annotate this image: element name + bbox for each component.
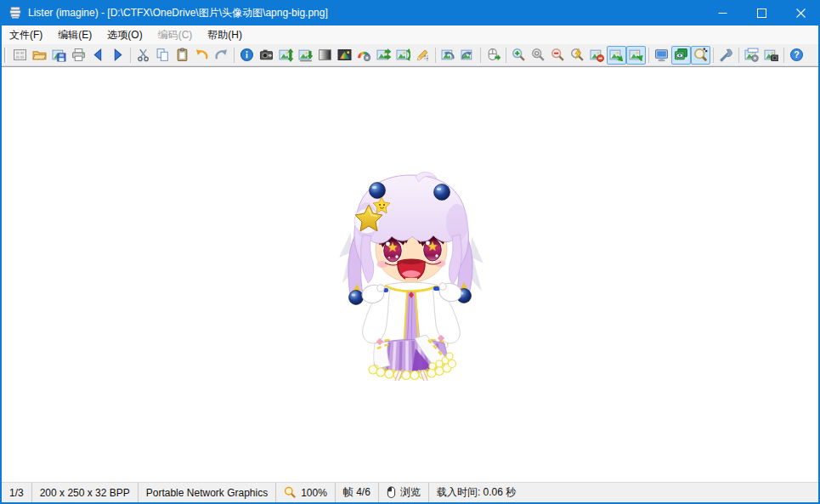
help-icon <box>789 48 804 62</box>
mouse-icon <box>486 48 500 62</box>
toolbar-separator <box>480 48 481 63</box>
zoom-original-icon <box>531 48 546 62</box>
status-format: Portable Network Graphics <box>139 483 276 502</box>
toolbar-separator <box>435 48 436 63</box>
resize-icon <box>279 48 293 62</box>
capture-icon <box>764 48 778 62</box>
menu-options[interactable]: 选项(O) <box>99 25 150 44</box>
paste-button[interactable] <box>172 46 192 65</box>
rotate-left-icon <box>441 48 455 62</box>
quick-zoom-button[interactable] <box>568 46 587 65</box>
shift-image-button[interactable] <box>374 46 393 65</box>
zoom-in-button[interactable] <box>509 46 529 65</box>
grayscale-icon <box>318 48 332 62</box>
color-depth-icon <box>337 48 352 62</box>
monitor-icon <box>654 48 669 62</box>
fit-off-button[interactable] <box>587 46 607 65</box>
rotate-right-button[interactable] <box>458 46 478 65</box>
pencil-grid-icon <box>416 48 430 62</box>
toolbar-grip[interactable] <box>4 48 7 63</box>
toolbar-separator <box>506 48 506 63</box>
lister-window: Lister (imagine) - [D:\CTFX\OneDrive\图片\… <box>0 0 820 504</box>
layers-eye-icon <box>674 48 688 62</box>
resample-icon <box>298 48 313 62</box>
redo-button[interactable] <box>212 46 231 65</box>
status-format-text: Portable Network Graphics <box>146 487 268 499</box>
rotate-image-button[interactable] <box>393 46 413 65</box>
rainbow-gear-icon <box>357 48 371 62</box>
redo-arrow-icon <box>214 48 229 62</box>
camera-info-icon <box>259 48 274 62</box>
show-overlay-button[interactable] <box>671 46 691 65</box>
maximize-icon <box>757 8 766 18</box>
zoom-original-button[interactable] <box>529 46 548 65</box>
next-image-button[interactable] <box>108 46 127 65</box>
batch-convert-button[interactable] <box>742 46 761 65</box>
status-load-time: 载入时间: 0.06 秒 <box>429 483 818 502</box>
menu-encoding[interactable]: 编码(C) <box>150 25 201 44</box>
fit-large-icon <box>629 48 643 62</box>
color-depth-button[interactable] <box>335 46 354 65</box>
image-info-button[interactable] <box>237 46 257 65</box>
arrow-right-icon <box>110 48 125 62</box>
copy-button[interactable] <box>153 46 172 65</box>
screen-capture-button[interactable] <box>761 46 781 65</box>
rotate-icon <box>396 48 410 62</box>
pixel-edit-button[interactable] <box>413 46 433 65</box>
fit-window-icon <box>609 48 624 62</box>
scissors-icon <box>136 48 150 62</box>
status-mode: 浏览 <box>379 483 429 502</box>
app-icon <box>8 6 22 20</box>
browse-mode-button[interactable] <box>10 46 30 65</box>
minimize-button[interactable] <box>703 0 742 25</box>
status-dimensions-text: 200 x 250 x 32 BPP <box>40 487 130 499</box>
status-load-time-text: 载入时间: 0.06 秒 <box>437 485 516 500</box>
exif-info-button[interactable] <box>257 46 276 65</box>
resize-image-button[interactable] <box>276 46 296 65</box>
resample-image-button[interactable] <box>296 46 315 65</box>
rotate-left-button[interactable] <box>438 46 458 65</box>
image-canvas[interactable] <box>2 66 818 482</box>
status-page: 1/3 <box>2 483 32 502</box>
maximize-button[interactable] <box>742 0 781 25</box>
status-zoom: 100% <box>276 483 336 502</box>
fullscreen-button[interactable] <box>652 46 671 65</box>
zoom-magnifier-icon <box>284 486 297 499</box>
fit-large-button[interactable] <box>626 46 646 65</box>
preview-image <box>325 168 495 381</box>
status-frame: 帧 4/6 <box>336 483 379 502</box>
open-file-button[interactable] <box>30 46 49 65</box>
save-icon <box>52 48 66 62</box>
toolbar <box>2 44 818 66</box>
zoom-out-icon <box>551 48 565 62</box>
save-file-button[interactable] <box>49 46 69 65</box>
window-controls <box>703 0 820 25</box>
status-page-text: 1/3 <box>9 487 24 499</box>
undo-button[interactable] <box>192 46 212 65</box>
titlebar: Lister (imagine) - [D:\CTFX\OneDrive\图片\… <box>0 0 820 25</box>
loupe-icon <box>693 48 708 62</box>
close-button[interactable] <box>781 0 820 25</box>
arrow-left-icon <box>91 48 105 62</box>
copy-icon <box>156 48 170 62</box>
cut-button[interactable] <box>133 46 153 65</box>
toolbar-separator <box>738 48 739 63</box>
status-mode-text: 浏览 <box>400 485 421 500</box>
toolbar-separator <box>234 48 235 63</box>
settings-button[interactable] <box>716 46 736 65</box>
close-icon <box>796 8 806 18</box>
grayscale-button[interactable] <box>315 46 335 65</box>
zoom-out-button[interactable] <box>548 46 568 65</box>
print-button[interactable] <box>69 46 88 65</box>
info-icon <box>240 48 254 62</box>
adjust-colors-button[interactable] <box>354 46 374 65</box>
magnifier-button[interactable] <box>691 46 710 65</box>
menu-help[interactable]: 帮助(H) <box>200 25 250 44</box>
menu-edit[interactable]: 编辑(E) <box>50 25 99 44</box>
menu-file[interactable]: 文件(F) <box>2 25 50 44</box>
fit-window-button[interactable] <box>607 46 626 65</box>
pan-mode-button[interactable] <box>484 46 503 65</box>
shift-arrows-icon <box>376 48 391 62</box>
help-button[interactable] <box>787 46 806 65</box>
prev-image-button[interactable] <box>88 46 108 65</box>
